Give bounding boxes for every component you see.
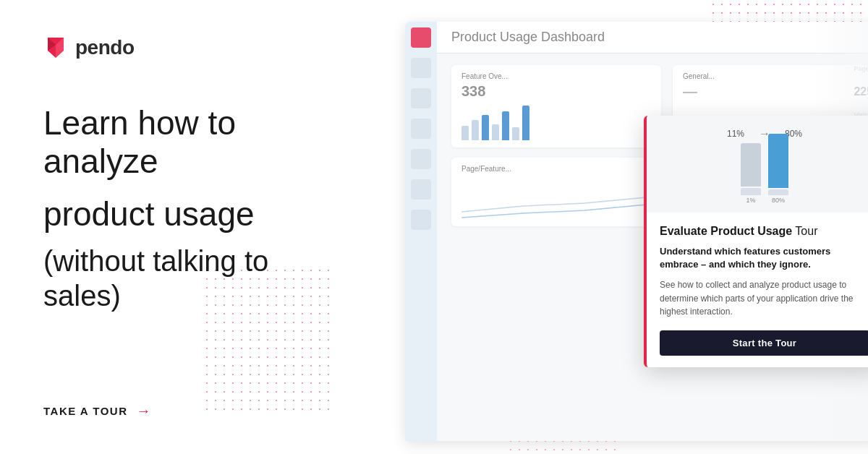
sidebar-icon-3 <box>411 119 431 139</box>
sidebar-icon-4 <box>411 149 431 169</box>
popup-chart-labels: 11% → 80% <box>727 127 802 140</box>
sidebar-icon-active <box>411 27 431 48</box>
start-tour-button[interactable]: Start the Tour <box>660 330 868 356</box>
sidebar-icon-5 <box>411 179 431 200</box>
right-panel: Product Usage Dashboard Feature Ove... 3… <box>362 0 868 454</box>
dashboard-sidebar <box>405 22 437 441</box>
bar-before-short <box>741 188 761 195</box>
general-value: — <box>683 83 868 100</box>
bar-group-before: 1% <box>741 143 761 204</box>
popup-subtitle: Understand which features customers embr… <box>660 245 868 271</box>
headline-line1: Learn how to analyze <box>43 104 333 181</box>
headline-line3: (without talking to sales) <box>43 244 333 313</box>
dashboard-title: Product Usage Dashboard <box>451 30 605 45</box>
stat-225: 225 <box>854 85 868 98</box>
stat-page-overview: Page Ove... <box>854 65 868 72</box>
feature-overview-card: Feature Ove... 338 <box>451 65 661 147</box>
bar-after-short <box>768 189 788 195</box>
bar-after-tall <box>768 134 788 188</box>
headline-line2: product usage <box>43 195 333 234</box>
sidebar-icon-2 <box>411 88 431 108</box>
cta-label: TAKE A TOUR <box>43 405 128 417</box>
dashboard-mockup: Product Usage Dashboard Feature Ove... 3… <box>405 22 868 441</box>
logo-area: pendo <box>43 35 333 61</box>
bar-label-after: 80% <box>772 197 785 204</box>
sidebar-icon-6 <box>411 210 431 230</box>
bar-group-after: 80% <box>768 134 788 204</box>
popup-title-bold: Evaluate Product Usage <box>660 225 792 237</box>
left-panel: pendo Learn how to analyze product usage… <box>0 0 376 454</box>
logo-text: pendo <box>75 36 135 59</box>
popup-bar-chart: 1% 80% <box>741 146 788 204</box>
popup-chart-area: 11% → 80% 1% 80% <box>647 116 868 213</box>
popup-body: Evaluate Product Usage Tour Understand w… <box>647 213 868 367</box>
sidebar-icon-1 <box>411 58 431 78</box>
tour-popup: × 11% → 80% 1% <box>644 116 868 367</box>
feature-value: 338 <box>461 83 651 100</box>
popup-description: See how to collect and analyze product u… <box>660 278 868 319</box>
popup-title-normal: Tour <box>792 225 817 237</box>
feature-label: Feature Ove... <box>461 72 651 80</box>
chart-label-before: 11% <box>727 129 744 139</box>
pendo-logo-icon <box>43 35 69 61</box>
cta-arrow-icon: → <box>137 403 151 419</box>
feature-chart <box>461 104 651 140</box>
bar-label-before: 1% <box>746 197 755 204</box>
dashboard-topbar: Product Usage Dashboard <box>437 22 868 53</box>
general-label: General... <box>683 72 868 80</box>
popup-title: Evaluate Product Usage Tour <box>660 224 868 239</box>
bar-before-tall <box>741 143 761 187</box>
main-headline: Learn how to analyze product usage (with… <box>43 104 333 356</box>
cta-area[interactable]: TAKE A TOUR → <box>43 403 333 419</box>
